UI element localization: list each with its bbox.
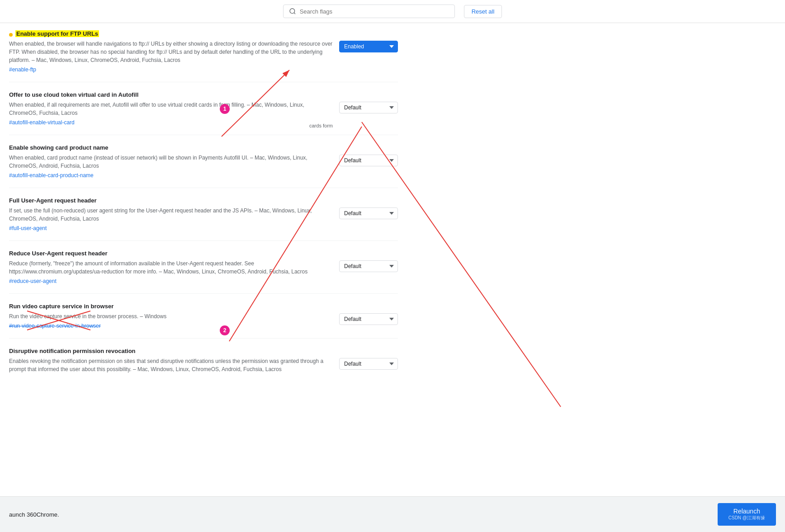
flag-description-enable-ftp: When enabled, the browser will handle na… bbox=[9, 40, 334, 64]
flag-control-full-user-agent: Default Enabled Disabled bbox=[339, 207, 398, 219]
flag-description-virtual-card: When enabled, if all requirements are me… bbox=[9, 101, 334, 117]
flag-content-card-product: When enabled, card product name (instead… bbox=[9, 154, 334, 179]
flag-title-disruptive-notification: Disruptive notification permission revoc… bbox=[9, 348, 136, 354]
flags-list: Enable support for FTP URLs When enabled… bbox=[0, 23, 407, 400]
flag-select-disruptive-notification[interactable]: Default Enabled Disabled bbox=[339, 358, 398, 370]
relaunch-sub-label: CSDN @江湖有缘 bbox=[728, 515, 765, 521]
flag-title-enable-ftp: Enable support for FTP URLs bbox=[15, 30, 99, 37]
flag-select-enable-ftp[interactable]: Default Enabled Disabled bbox=[339, 41, 398, 52]
flag-select-reduce-user-agent[interactable]: Default Enabled Disabled bbox=[339, 260, 398, 272]
flag-control-disruptive-notification: Default Enabled Disabled bbox=[339, 358, 398, 370]
flag-title-card-product: Enable showing card product name bbox=[9, 144, 109, 151]
flag-link-full-user-agent[interactable]: #full-user-agent bbox=[9, 225, 47, 231]
search-icon bbox=[289, 8, 296, 15]
reset-all-button[interactable]: Reset all bbox=[464, 5, 502, 18]
flag-item-virtual-card: Offer to use cloud token virtual card in… bbox=[9, 91, 398, 135]
flag-item-enable-ftp: Enable support for FTP URLs When enabled… bbox=[9, 30, 398, 82]
annotation-badge-2: 2 bbox=[220, 325, 230, 335]
relaunch-label: Relaunch bbox=[733, 508, 760, 515]
flag-item-full-user-agent: Full User-Agent request header If set, u… bbox=[9, 197, 398, 241]
flag-title-reduce-user-agent: Reduce User-Agent request header bbox=[9, 250, 107, 257]
flag-link-video-capture[interactable]: #run-video-capture-service-in-browser bbox=[9, 323, 101, 329]
flag-control-enable-ftp: Default Enabled Disabled bbox=[339, 41, 398, 52]
flag-content-reduce-user-agent: Reduce (formerly, "freeze") the amount o… bbox=[9, 259, 334, 284]
flag-content-video-capture: Run the video capture service in the bro… bbox=[9, 312, 334, 329]
search-input[interactable] bbox=[300, 8, 449, 15]
flag-link-virtual-card[interactable]: #autofill-enable-virtual-card bbox=[9, 119, 75, 126]
flag-description-card-product: When enabled, card product name (instead… bbox=[9, 154, 334, 170]
header: Reset all bbox=[0, 0, 785, 23]
flag-description-disruptive-notification: Enables revoking the notification permis… bbox=[9, 357, 334, 373]
flag-control-virtual-card: Default Enabled Disabled bbox=[339, 102, 398, 113]
flag-item-card-product: Enable showing card product name When en… bbox=[9, 144, 398, 188]
flag-content-disruptive-notification: Enables revoking the notification permis… bbox=[9, 357, 334, 375]
flag-title-video-capture: Run video capture service in browser bbox=[9, 303, 113, 310]
flag-control-video-capture: Default Enabled Disabled bbox=[339, 313, 398, 325]
flag-link-reduce-user-agent[interactable]: #reduce-user-agent bbox=[9, 278, 57, 284]
flag-title-virtual-card: Offer to use cloud token virtual card in… bbox=[9, 91, 138, 98]
flag-item-disruptive-notification: Disruptive notification permission revoc… bbox=[9, 348, 398, 384]
flag-select-virtual-card[interactable]: Default Enabled Disabled bbox=[339, 102, 398, 113]
bottom-text: aunch 360Chrome. bbox=[9, 511, 59, 518]
flag-item-video-capture: Run video capture service in browser Run… bbox=[9, 303, 398, 339]
bottom-bar: aunch 360Chrome. Relaunch CSDN @江湖有缘 bbox=[0, 496, 785, 532]
flag-select-full-user-agent[interactable]: Default Enabled Disabled bbox=[339, 207, 398, 219]
svg-point-0 bbox=[290, 9, 295, 14]
flag-select-video-capture[interactable]: Default Enabled Disabled bbox=[339, 313, 398, 325]
flag-description-video-capture: Run the video capture service in the bro… bbox=[9, 312, 334, 320]
flag-link-card-product[interactable]: #autofill-enable-card-product-name bbox=[9, 172, 94, 179]
flag-content-full-user-agent: If set, use the full (non-reduced) user … bbox=[9, 207, 334, 231]
flag-title-full-user-agent: Full User-Agent request header bbox=[9, 197, 97, 204]
flag-content-virtual-card: When enabled, if all requirements are me… bbox=[9, 101, 334, 126]
flag-item-reduce-user-agent: Reduce User-Agent request header Reduce … bbox=[9, 250, 398, 294]
search-wrapper bbox=[283, 5, 455, 18]
flag-select-card-product[interactable]: Default Enabled Disabled bbox=[339, 155, 398, 166]
flag-description-full-user-agent: If set, use the full (non-reduced) user … bbox=[9, 207, 334, 223]
annotation-badge-1: 1 bbox=[220, 104, 230, 114]
flag-dot-enabled bbox=[9, 33, 13, 37]
svg-line-1 bbox=[294, 13, 295, 14]
flag-description-reduce-user-agent: Reduce (formerly, "freeze") the amount o… bbox=[9, 259, 334, 276]
flag-content-enable-ftp: When enabled, the browser will handle na… bbox=[9, 40, 334, 73]
flag-control-card-product: Default Enabled Disabled bbox=[339, 155, 398, 166]
flag-control-reduce-user-agent: Default Enabled Disabled bbox=[339, 260, 398, 272]
relaunch-button[interactable]: Relaunch CSDN @江湖有缘 bbox=[718, 503, 776, 526]
flag-link-enable-ftp[interactable]: #enable-ftp bbox=[9, 66, 36, 73]
